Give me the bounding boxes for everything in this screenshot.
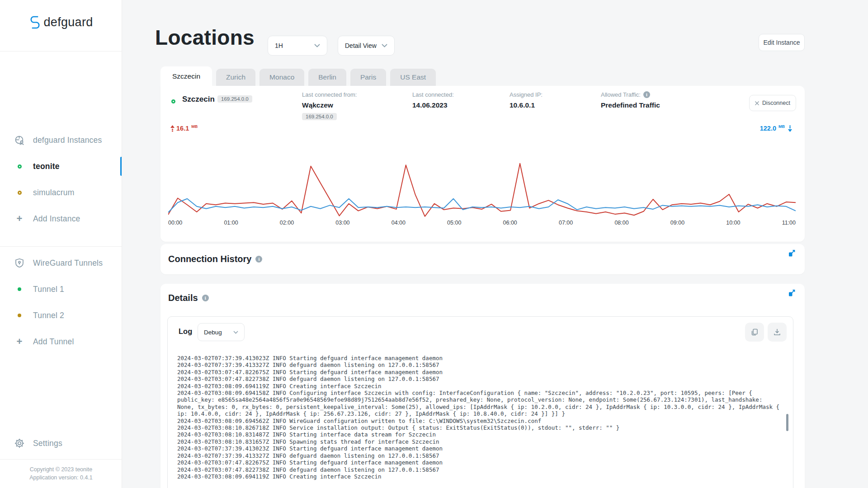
log-output: 2024-03-02T07:37:39.413023Z INFO Startin… <box>177 355 780 480</box>
connection-history-title: Connection History <box>168 254 251 264</box>
log-line: 2024-03-02T07:37:39.413327Z INFO defguar… <box>177 361 780 368</box>
log-line: 2024-03-02T03:08:09.694119Z INFO Creatin… <box>177 473 780 480</box>
last-connected-label: Last connected: <box>412 91 454 98</box>
defguard-logo-icon <box>29 15 41 29</box>
log-line: 2024-03-02T07:37:39.413023Z INFO Startin… <box>177 355 780 361</box>
upload-arrow-icon <box>170 125 175 132</box>
sidebar-item-simulacrum[interactable]: simulacrum <box>0 183 122 202</box>
last-connected: Last connected: 14.06.2023 <box>412 91 454 109</box>
upload-total: 16.1 MB <box>170 125 198 132</box>
copyright-text: Copyright © 2023 teonite <box>0 465 122 474</box>
sidebar-item-label: WireGuard Tunnels <box>33 258 103 268</box>
sidebar-item-label: Add Tunnel <box>33 337 74 347</box>
log-line: 2024-03-02T03:07:47.822675Z INFO Startin… <box>177 459 780 466</box>
status-ring-green-icon <box>13 164 26 169</box>
copy-log-button[interactable] <box>745 323 764 342</box>
info-icon[interactable] <box>202 295 209 301</box>
log-line: 2024-03-02T03:08:09.694562Z INFO WireGua… <box>177 418 780 424</box>
shield-icon <box>13 258 26 268</box>
chevron-down-icon <box>233 331 238 334</box>
log-line: 2024-03-02T03:08:10.831487Z INFO Startin… <box>177 431 780 438</box>
last-connected-from-label: Last connected from: <box>302 91 357 98</box>
network-user-icon <box>13 135 26 146</box>
log-label: Log <box>179 327 192 336</box>
tab-paris[interactable]: Paris <box>350 69 386 86</box>
plus-icon: + <box>13 214 26 224</box>
x-tick-label: 03:00 <box>335 220 349 226</box>
sidebar-item-wireguard-tunnels[interactable]: WireGuard Tunnels <box>0 253 122 272</box>
sidebar-item-tunnel-1[interactable]: Tunnel 1 <box>0 280 122 299</box>
x-tick-label: 06:00 <box>503 220 517 226</box>
log-line: 2024-03-02T03:08:09.694119Z INFO Creatin… <box>177 383 780 389</box>
assigned-ip-label: Assigned IP: <box>509 91 542 98</box>
expand-icon[interactable] <box>788 249 796 257</box>
sidebar-item-tunnel-2[interactable]: Tunnel 2 <box>0 306 122 325</box>
allowed-traffic-label: Allowed Traffic: <box>601 91 641 98</box>
disconnect-label: Disconnect <box>762 100 790 106</box>
sidebar-item-add-tunnel[interactable]: + Add Tunnel <box>0 332 122 351</box>
disconnect-button[interactable]: Disconnect <box>749 95 796 111</box>
last-connected-from-ip-badge: 169.254.0.0 <box>302 113 337 120</box>
app-version-text: Application version: 0.4.1 <box>0 474 122 482</box>
log-level-value: Debug <box>204 329 222 336</box>
tab-szczecin[interactable]: Szczecin <box>160 66 212 86</box>
location-ip-badge: 169.254.0.0 <box>217 95 252 103</box>
sidebar-item-defguard-instances[interactable]: defguard Instances <box>0 131 122 150</box>
view-mode-value: Detail View <box>345 42 377 49</box>
x-tick-label: 07:00 <box>559 220 573 226</box>
download-value: 122.0 <box>760 125 776 132</box>
last-connected-from: Last connected from: Wąkczew 169.254.0.0 <box>302 91 357 120</box>
sidebar-item-label: simulacrum <box>33 188 74 197</box>
x-tick-label: 02:00 <box>280 220 294 226</box>
tab-berlin[interactable]: Berlin <box>308 69 346 86</box>
x-tick-label: 00:00 <box>168 220 182 226</box>
chevron-down-icon <box>314 44 320 47</box>
download-log-button[interactable] <box>768 323 787 342</box>
x-tick-label: 10:00 <box>726 220 740 226</box>
edit-instance-button[interactable]: Edit Instance <box>759 34 805 51</box>
log-line: 2024-03-02T07:37:39.413023Z INFO Startin… <box>177 445 780 452</box>
sidebar-divider <box>0 459 122 460</box>
chart-x-axis: 00:0001:0002:0003:0004:0005:0006:0007:00… <box>168 220 796 226</box>
location-status-icon <box>171 97 175 105</box>
sidebar-item-add-instance[interactable]: + Add Instance <box>0 209 122 228</box>
main-content: Locations 1H Detail View Edit Instance S… <box>122 0 868 488</box>
time-range-value: 1H <box>275 42 283 49</box>
x-tick-label: 09:00 <box>670 220 684 226</box>
sidebar-item-label: defguard Instances <box>33 136 102 145</box>
sidebar: defguard defguard Instances teonite simu… <box>0 0 122 488</box>
info-icon[interactable] <box>643 91 650 98</box>
log-line: 2024-03-02T03:08:10.826718Z INFO Service… <box>177 424 780 431</box>
sidebar-item-label: Add Instance <box>33 214 80 224</box>
sidebar-item-settings[interactable]: Settings <box>0 434 122 453</box>
defguard-logo[interactable]: defguard <box>0 15 122 29</box>
tab-monaco[interactable]: Monaco <box>259 69 304 86</box>
close-icon <box>755 101 759 105</box>
log-line: 2024-03-02T03:08:09.694158Z INFO Configu… <box>177 389 780 418</box>
upload-value: 16.1 <box>176 125 189 132</box>
info-icon[interactable] <box>255 256 262 263</box>
allowed-traffic: Allowed Traffic: Predefined Traffic <box>601 91 660 109</box>
log-scrollbar[interactable] <box>786 414 788 431</box>
tab-us-east[interactable]: US East <box>390 69 436 86</box>
allowed-traffic-value: Predefined Traffic <box>601 101 660 109</box>
log-level-select[interactable]: Debug <box>198 323 245 341</box>
tab-zurich[interactable]: Zurich <box>216 69 255 86</box>
log-line: 2024-03-02T03:08:10.831657Z INFO Spawnin… <box>177 438 780 445</box>
log-line: 2024-03-02T03:07:47.822675Z INFO Startin… <box>177 369 780 375</box>
last-connected-from-value: Wąkczew <box>302 101 357 109</box>
log-panel: Log Debug <box>167 316 793 488</box>
sidebar-item-teonite[interactable]: teonite <box>0 157 122 176</box>
connection-history-card: Connection History <box>160 244 805 274</box>
log-line: 2024-03-02T03:07:47.822738Z INFO defguar… <box>177 375 780 382</box>
x-tick-label: 05:00 <box>447 220 461 226</box>
view-mode-select[interactable]: Detail View <box>338 36 395 56</box>
time-range-select[interactable]: 1H <box>268 36 327 56</box>
active-item-indicator <box>120 157 122 176</box>
chevron-down-icon <box>382 44 387 47</box>
expand-icon[interactable] <box>788 289 796 297</box>
brand-wordmark: defguard <box>44 15 93 29</box>
sidebar-divider <box>0 246 122 247</box>
status-dot-gold-icon <box>13 314 26 317</box>
assigned-ip-value: 10.6.0.1 <box>509 101 542 109</box>
